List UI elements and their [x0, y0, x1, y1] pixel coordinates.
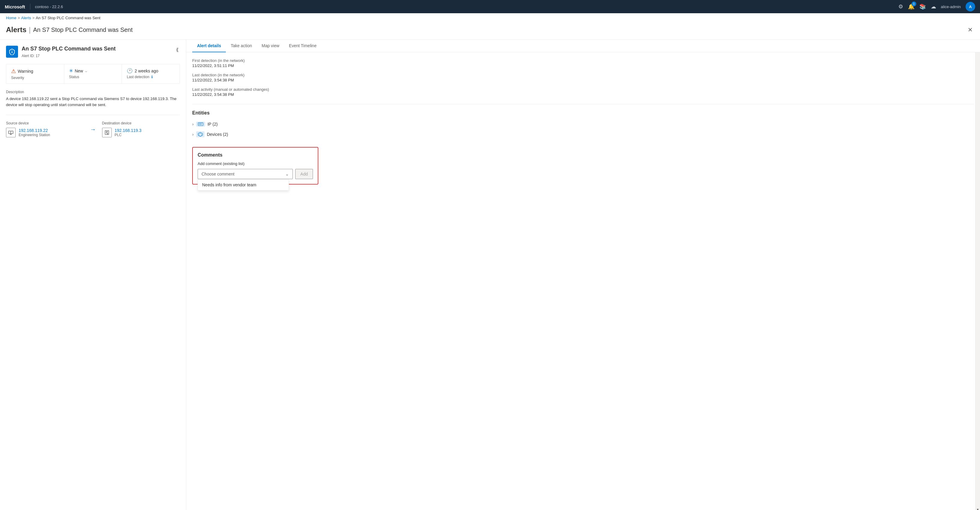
destination-device-icon: [102, 128, 112, 137]
user-avatar[interactable]: A: [966, 2, 975, 11]
entity-ip-chevron-icon: ›: [192, 122, 194, 126]
arrow-right-icon: →: [90, 126, 96, 133]
breadcrumb-sep-2: >: [32, 16, 35, 20]
comments-section: Comments Add comment (existing list) Cho…: [192, 147, 318, 185]
tab-event-timeline[interactable]: Event Timeline: [284, 40, 321, 52]
detection-label: 2 weeks ago: [135, 69, 158, 73]
tenant-label: contoso - 22.2.6: [35, 5, 63, 9]
detection-section: First detection (in the network) 11/22/2…: [192, 58, 974, 97]
tab-alert-details[interactable]: Alert details: [192, 40, 226, 52]
last-activity-label: Last activity (manual or automated chang…: [192, 87, 974, 92]
first-detection-label: First detection (in the network): [192, 58, 974, 63]
detection-info-icon[interactable]: ℹ: [151, 75, 153, 79]
status-chevron-icon[interactable]: ⌵: [85, 69, 87, 73]
status-bar: ⚠ Warning Severity ✳ New ⌵ Status 🕐: [6, 64, 180, 84]
entities-title: Entities: [192, 110, 974, 116]
page-header: Alerts | An S7 Stop PLC Command was Sent…: [0, 22, 980, 40]
svg-marker-17: [198, 132, 202, 136]
right-panel: Alert details Take action Map view Event…: [186, 40, 980, 510]
svg-rect-13: [198, 123, 203, 126]
source-device-icon: [6, 128, 16, 137]
nav-divider: [30, 3, 30, 10]
status-meta: Status: [69, 75, 117, 79]
alert-shield-icon: [6, 46, 18, 58]
entities-section: Entities › IP (2): [192, 110, 974, 140]
source-device-info: 192.168.119.22 Engineering Station: [6, 128, 84, 137]
entity-ip-label: IP (2): [208, 122, 218, 126]
tabs: Alert details Take action Map view Event…: [186, 40, 980, 52]
title-divider: |: [29, 26, 31, 34]
comment-dropdown-container: Choose comment ⌄ Add Needs info from ven…: [197, 169, 313, 179]
entity-ip-row[interactable]: › IP (2): [192, 119, 974, 129]
description-text: A device 192.168.119.22 sent a Stop PLC …: [6, 96, 180, 108]
status-label: New: [75, 69, 83, 73]
alert-title: An S7 Stop PLC Command was Sent: [22, 46, 116, 52]
comment-dropdown-value: Choose comment: [202, 172, 235, 177]
destination-device-box: Destination device: [102, 121, 180, 137]
breadcrumb-current: An S7 Stop PLC Command was Sent: [36, 16, 100, 20]
entity-devices-chevron-icon: ›: [192, 132, 194, 137]
svg-point-1: [12, 52, 12, 53]
settings-icon[interactable]: ⚙: [898, 3, 903, 10]
dropdown-item-vendor[interactable]: Needs info from vendor team: [198, 179, 289, 190]
page-content: Home > Alerts > An S7 Stop PLC Command w…: [0, 13, 980, 510]
destination-ip[interactable]: 192.168.119.3: [115, 128, 142, 133]
alert-header: An S7 Stop PLC Command was Sent Alert ID…: [6, 46, 180, 58]
scroll-down-arrow[interactable]: ▼: [975, 507, 980, 510]
entity-devices-row[interactable]: › Devices (2): [192, 129, 974, 140]
comment-dropdown-menu: Needs info from vendor team: [197, 179, 289, 191]
last-activity-value: 11/22/2022, 3:54:38 PM: [192, 92, 974, 97]
comments-title: Comments: [197, 152, 313, 158]
notifications-icon[interactable]: 🔔 0: [908, 3, 915, 10]
source-type: Engineering Station: [19, 133, 50, 137]
alert-title-area: An S7 Stop PLC Command was Sent Alert ID…: [6, 46, 116, 58]
comment-dropdown[interactable]: Choose comment ⌄: [197, 169, 293, 179]
entity-ip-icon: [196, 122, 205, 126]
page-title: Alerts: [6, 26, 26, 34]
source-device-label: Source device: [6, 121, 84, 125]
close-button[interactable]: ✕: [966, 25, 974, 35]
brand-logo: Microsoft: [5, 4, 25, 9]
severity-item: ⚠ Warning Severity: [6, 64, 64, 84]
status-item: ✳ New ⌵ Status: [64, 64, 122, 84]
source-device-box: Source device: [6, 121, 84, 137]
main-layout: An S7 Stop PLC Command was Sent Alert ID…: [0, 40, 980, 510]
destination-device-details: 192.168.119.3 PLC: [115, 128, 142, 137]
tab-take-action[interactable]: Take action: [226, 40, 257, 52]
notification-badge: 0: [912, 2, 916, 6]
add-comment-button[interactable]: Add: [295, 169, 313, 179]
breadcrumb: Home > Alerts > An S7 Stop PLC Command w…: [0, 13, 980, 22]
dropdown-chevron-icon: ⌄: [285, 172, 289, 177]
devices-row: Source device: [6, 121, 180, 137]
description-label: Description: [6, 90, 180, 94]
left-panel: An S7 Stop PLC Command was Sent Alert ID…: [0, 40, 186, 510]
severity-value: ⚠ Warning: [11, 68, 59, 75]
source-ip[interactable]: 192.168.119.22: [19, 128, 50, 133]
devices-section: Source device: [6, 115, 180, 137]
entity-devices-icon: [196, 131, 205, 137]
books-icon[interactable]: 📚: [920, 3, 926, 10]
last-detection-value: 11/22/2022, 3:54:38 PM: [192, 78, 974, 82]
user-name-label: alice-admin: [941, 5, 961, 9]
description-section: Description A device 192.168.119.22 sent…: [6, 90, 180, 108]
destination-device-label: Destination device: [102, 121, 180, 125]
svg-point-12: [107, 133, 108, 134]
status-spinner-icon: ✳: [69, 68, 73, 73]
cloud-icon[interactable]: ☁: [931, 3, 936, 10]
last-activity-item: Last activity (manual or automated chang…: [192, 87, 974, 97]
clock-icon: 🕐: [127, 68, 133, 73]
detection-item: 🕐 2 weeks ago Last detection ℹ: [122, 64, 180, 84]
comments-subtitle: Add comment (existing list): [197, 161, 313, 166]
nav-right: ⚙ 🔔 0 📚 ☁ alice-admin A: [898, 2, 975, 11]
status-value: ✳ New ⌵: [69, 68, 117, 73]
breadcrumb-home[interactable]: Home: [6, 16, 16, 20]
first-detection-value: 11/22/2022, 3:51:11 PM: [192, 64, 974, 68]
breadcrumb-alerts[interactable]: Alerts: [21, 16, 31, 20]
alert-id: Alert ID: 17: [22, 54, 40, 58]
collapse-button[interactable]: ⟪: [175, 46, 180, 54]
first-detection-item: First detection (in the network) 11/22/2…: [192, 58, 974, 68]
last-detection-item: Last detection (in the network) 11/22/20…: [192, 73, 974, 82]
alert-title-text: An S7 Stop PLC Command was Sent Alert ID…: [22, 46, 116, 58]
tab-map-view[interactable]: Map view: [257, 40, 284, 52]
destination-type: PLC: [115, 133, 142, 137]
